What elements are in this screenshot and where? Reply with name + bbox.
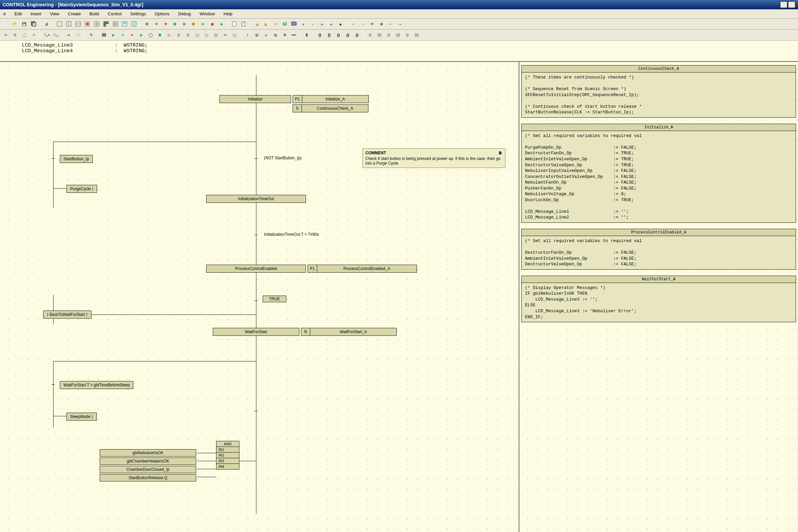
tree1-icon[interactable]: ▲: [299, 20, 307, 28]
window2-icon[interactable]: [64, 20, 73, 28]
menu-file[interactable]: e: [2, 11, 7, 17]
step-waitforstart[interactable]: WaitForStart: [213, 328, 299, 336]
step-initialization-timeout[interactable]: InitializationTimeOut: [206, 195, 306, 203]
copy-icon[interactable]: ⎘: [11, 31, 19, 39]
and-input-3[interactable]: ChamberDoorClosed_Ip: [100, 466, 196, 473]
gear1-icon[interactable]: ⚙: [142, 20, 151, 28]
action-initialize-row1[interactable]: P1 Initialize_A: [292, 95, 369, 103]
code-block-continuouscheck[interactable]: ContinuousCheck_A (* These items are con…: [521, 65, 796, 118]
new-icon[interactable]: 📄: [1, 20, 10, 28]
down-icon[interactable]: ↓: [308, 20, 317, 28]
align5-icon[interactable]: ⟰: [280, 31, 289, 39]
maximize-button[interactable]: □: [788, 1, 795, 8]
jump-purgecycle[interactable]: PurgeCycle: [66, 185, 97, 193]
align6-icon[interactable]: ━━: [290, 31, 298, 39]
hex2-icon[interactable]: ⬢: [180, 20, 189, 28]
bar-icon[interactable]: [280, 20, 289, 28]
align3-icon[interactable]: ⫝: [262, 31, 270, 39]
list1-icon[interactable]: [111, 20, 120, 28]
shape1-icon[interactable]: ◢: [252, 20, 261, 28]
save-all-icon[interactable]: [29, 20, 38, 28]
box1-icon[interactable]: ▢: [193, 31, 202, 39]
angle5-icon[interactable]: ⟨⟩: [403, 31, 412, 39]
action-process-control-row[interactable]: P1 ProcessControlEnabled_A: [307, 265, 417, 273]
menu-debug[interactable]: Debug: [177, 11, 192, 17]
diamond-icon[interactable]: ◆: [217, 20, 226, 28]
transition-inittimeout[interactable]: InitializationTimeOut.T > T#90s: [263, 232, 321, 237]
tile-icon[interactable]: [102, 20, 110, 28]
angle1-icon[interactable]: ⟨⟩: [366, 31, 374, 39]
stop-icon[interactable]: ◼: [208, 20, 216, 28]
align4-icon[interactable]: ⊟: [271, 31, 280, 39]
align2-icon[interactable]: ⊟: [252, 31, 261, 39]
refresh1-icon[interactable]: ⟳: [368, 20, 376, 28]
align1-icon[interactable]: ⫞: [243, 31, 252, 39]
poly-icon[interactable]: ⬟: [156, 31, 164, 39]
hex1-icon[interactable]: ⬢: [171, 20, 179, 28]
grid-icon[interactable]: [92, 20, 101, 28]
screen-icon[interactable]: [290, 20, 298, 28]
tree2-icon[interactable]: ▲: [318, 20, 326, 28]
step-initialize[interactable]: Initialize: [220, 95, 291, 103]
dash2-icon[interactable]: ━: [221, 31, 229, 39]
list2-icon[interactable]: [120, 20, 129, 28]
back-icon[interactable]: ←: [349, 20, 358, 28]
code-block-processcontrol[interactable]: ProcessControlEnabled_A (* Set all requi…: [521, 229, 796, 270]
tree4-icon[interactable]: ▲: [336, 20, 345, 28]
hex4-icon[interactable]: ⬢: [198, 20, 207, 28]
comment-box[interactable]: COMMENT🗎 Check if start button is being …: [362, 148, 506, 168]
menu-control[interactable]: Control: [107, 11, 123, 17]
angle4-icon[interactable]: ⟨⟨⟩: [394, 31, 402, 39]
and-input-4[interactable]: StartButtonRelease.Q: [100, 474, 196, 481]
transition-waitforstart-sleep[interactable]: WaitForStart.T > gblTimeBeforeSleep: [60, 381, 133, 389]
menu-build[interactable]: Build: [88, 11, 100, 17]
box4-icon[interactable]: ▢: [230, 31, 239, 39]
doc2-icon[interactable]: [240, 20, 248, 28]
box2-icon[interactable]: ▢: [202, 31, 211, 39]
brace4-icon[interactable]: {}: [343, 31, 352, 39]
gear2-icon[interactable]: ✳: [152, 20, 160, 28]
list3-icon[interactable]: [130, 20, 138, 28]
angle3-icon[interactable]: ⟨⟩: [384, 31, 393, 39]
play1-icon[interactable]: ▶: [109, 31, 118, 39]
angle2-icon[interactable]: ⟨⟨⟩: [375, 31, 384, 39]
pencil-icon[interactable]: ✎: [87, 31, 95, 39]
minimize-button[interactable]: _: [780, 1, 787, 8]
corner2-icon[interactable]: ¬: [396, 20, 404, 28]
sfc-canvas[interactable]: Initialize P1 Initialize_A S ContinuousC…: [0, 62, 519, 532]
menu-edit[interactable]: Edit: [13, 11, 23, 17]
bold-icon[interactable]: E: [303, 31, 311, 39]
gear3-icon[interactable]: ✹: [161, 20, 170, 28]
forward-icon[interactable]: →: [358, 20, 367, 28]
angle6-icon[interactable]: ⟨⟨⟩: [412, 31, 421, 39]
bracket1-icon[interactable]: ⟨⟩: [174, 31, 183, 39]
cut-icon[interactable]: ✂: [1, 31, 10, 39]
and-input-2[interactable]: gblChamberHeaterIsOK: [100, 457, 196, 465]
hex3-icon[interactable]: ⬢: [189, 20, 198, 28]
tree3-icon[interactable]: ▲: [327, 20, 336, 28]
menu-view[interactable]: View: [49, 11, 60, 17]
action-waitforstart-row[interactable]: N WaitForStart_A: [301, 328, 397, 336]
open-icon[interactable]: 📂: [11, 20, 19, 28]
corner1-icon[interactable]: ⌐: [386, 20, 395, 28]
brace5-icon[interactable]: {}: [353, 31, 361, 39]
menu-options[interactable]: Options: [153, 11, 171, 17]
save-icon[interactable]: 💾: [20, 20, 28, 28]
action-initialize-row2[interactable]: S ContinuousCheck_A: [292, 104, 368, 112]
window1-icon[interactable]: [55, 20, 64, 28]
and-input-1[interactable]: gblNebulizerIsOK: [100, 449, 196, 457]
brace3-icon[interactable]: {}: [334, 31, 343, 39]
refresh2-icon[interactable]: ⊕: [377, 20, 386, 28]
menu-insert[interactable]: Insert: [29, 11, 43, 17]
window3-icon[interactable]: [74, 20, 82, 28]
transition-not-startbutton[interactable]: (NOT StartButton_Ip): [263, 156, 303, 160]
bracket2-icon[interactable]: ⟩⟩: [184, 31, 192, 39]
window4-icon[interactable]: [83, 20, 92, 28]
transition-true[interactable]: TRUE: [263, 296, 286, 302]
tri-icon[interactable]: ▷: [165, 31, 174, 39]
play3-icon[interactable]: ▶: [137, 31, 146, 39]
dash-icon[interactable]: ━: [128, 31, 136, 39]
paste-icon[interactable]: 📋: [20, 31, 28, 39]
zoom-in-icon[interactable]: 🔍+: [42, 31, 51, 39]
brace1-icon[interactable]: {}: [316, 31, 324, 39]
